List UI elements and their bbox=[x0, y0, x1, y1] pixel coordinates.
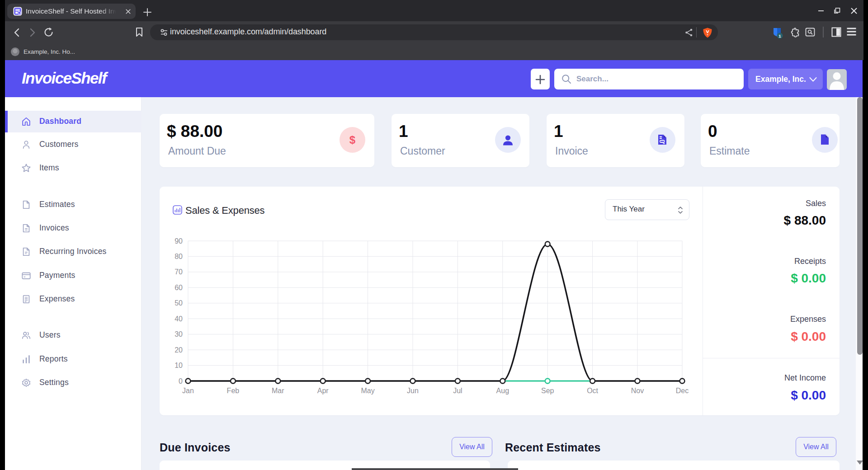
svg-text:Dec: Dec bbox=[676, 387, 689, 395]
svg-text:80: 80 bbox=[175, 253, 183, 260]
svg-text:Jul: Jul bbox=[453, 387, 462, 395]
svg-text:0: 0 bbox=[179, 377, 183, 385]
svg-text:90: 90 bbox=[175, 237, 183, 245]
svg-text:Apr: Apr bbox=[317, 387, 329, 395]
svg-text:Aug: Aug bbox=[496, 387, 509, 395]
svg-text:40: 40 bbox=[175, 315, 183, 323]
svg-text:Oct: Oct bbox=[587, 387, 598, 395]
svg-text:1: 1 bbox=[778, 33, 781, 38]
svg-text:Nov: Nov bbox=[631, 387, 644, 395]
svg-text:Jan: Jan bbox=[182, 387, 194, 395]
svg-text:Sep: Sep bbox=[541, 387, 554, 395]
svg-text:50: 50 bbox=[175, 299, 183, 307]
svg-text:70: 70 bbox=[175, 268, 183, 276]
svg-text:May: May bbox=[361, 387, 374, 395]
svg-text:Feb: Feb bbox=[227, 387, 240, 395]
svg-text:Jun: Jun bbox=[407, 387, 419, 395]
svg-text:30: 30 bbox=[175, 330, 183, 338]
svg-text:10: 10 bbox=[175, 362, 183, 369]
svg-text:20: 20 bbox=[175, 346, 183, 354]
svg-text:60: 60 bbox=[175, 284, 183, 291]
svg-text:Mar: Mar bbox=[272, 387, 284, 395]
